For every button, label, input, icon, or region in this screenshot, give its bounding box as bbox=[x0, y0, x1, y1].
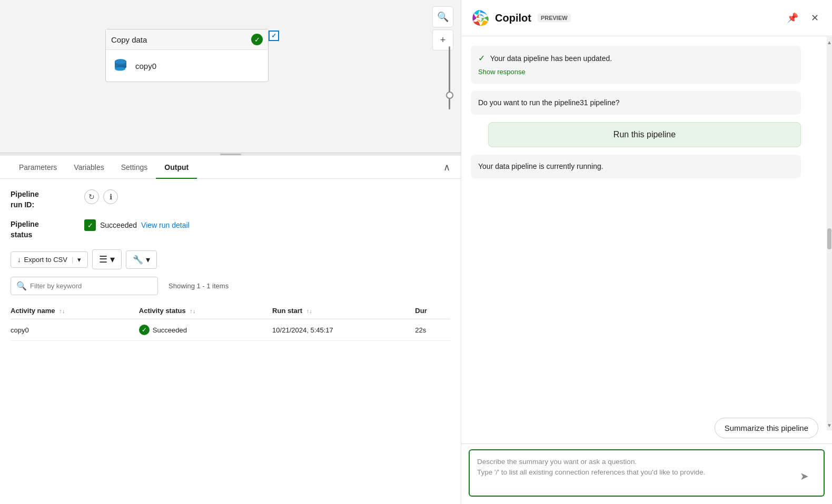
sort-icon-run-start[interactable]: ↑↓ bbox=[306, 308, 312, 314]
msg-pipeline-updated: ✓ Your data pipeline has been updated. S… bbox=[471, 46, 801, 84]
export-dropdown-icon: ▾ bbox=[77, 256, 81, 264]
copilot-messages: ✓ Your data pipeline has been updated. S… bbox=[461, 36, 832, 443]
table-row: copy0 ✓ Succeeded 10/21/2024, 5:45:17 22… bbox=[11, 319, 450, 341]
export-label: Export to CSV bbox=[24, 256, 67, 264]
left-panel: 🔍 + Copy data ✓ bbox=[0, 0, 461, 504]
copilot-logo-icon bbox=[471, 8, 490, 27]
pin-icon: 📌 bbox=[787, 12, 798, 24]
search-button[interactable]: 🔍 bbox=[432, 6, 453, 27]
copilot-panel: Copilot PREVIEW 📌 ✕ ▲ ▼ ✓ Your data pipe… bbox=[461, 0, 832, 504]
sort-icon-activity-status[interactable]: ↑↓ bbox=[190, 308, 195, 314]
search-icon: 🔍 bbox=[437, 11, 449, 23]
message-spacer bbox=[471, 186, 818, 411]
copilot-scrollbar[interactable]: ▲ ▼ bbox=[827, 37, 832, 430]
wrench-icon: 🔧 bbox=[133, 255, 143, 265]
export-csv-button[interactable]: ↓ Export to CSV | ▾ bbox=[11, 251, 88, 268]
settings-button[interactable]: 🔧 ▾ bbox=[126, 250, 157, 269]
col-duration: Dur bbox=[415, 303, 450, 319]
filter-icon: ☰ bbox=[99, 254, 107, 265]
status-check-icon: ✓ bbox=[478, 54, 485, 63]
canvas-toolbar: 🔍 + bbox=[432, 6, 453, 51]
settings-dropdown-icon: ▾ bbox=[146, 255, 150, 265]
close-icon: ✕ bbox=[811, 12, 819, 24]
search-box[interactable]: 🔍 bbox=[11, 277, 158, 295]
status-text: Succeeded bbox=[100, 221, 137, 229]
canvas-area: 🔍 + Copy data ✓ bbox=[0, 0, 461, 153]
tab-parameters[interactable]: Parameters bbox=[11, 156, 65, 179]
tab-output[interactable]: Output bbox=[156, 156, 197, 179]
collapse-button[interactable]: ∧ bbox=[443, 162, 450, 173]
add-button[interactable]: + bbox=[432, 29, 453, 51]
scroll-up-arrow[interactable]: ▲ bbox=[827, 38, 832, 46]
refresh-icon[interactable]: ↻ bbox=[84, 189, 99, 204]
td-duration: 22s bbox=[415, 319, 450, 341]
pipeline-status-row: Pipelinestatus ✓ Succeeded View run deta… bbox=[11, 219, 450, 240]
td-status-text: Succeeded bbox=[153, 326, 187, 334]
search-input[interactable] bbox=[30, 282, 152, 290]
copilot-input-area: Describe the summary you want or ask a q… bbox=[461, 443, 832, 504]
pipeline-run-id-value: ↻ ℹ bbox=[84, 189, 118, 204]
info-icon[interactable]: ℹ bbox=[103, 189, 118, 204]
toolbar-row: ↓ Export to CSV | ▾ ☰ ▾ 🔧 ▾ bbox=[11, 249, 450, 269]
scroll-down-arrow[interactable]: ▼ bbox=[827, 421, 832, 429]
td-activity-name[interactable]: copy0 bbox=[11, 319, 139, 341]
svg-point-6 bbox=[115, 67, 125, 71]
copilot-input-wrapper: Describe the summary you want or ask a q… bbox=[469, 449, 825, 497]
scroll-thumb[interactable] bbox=[827, 228, 831, 249]
database-icon bbox=[111, 56, 130, 75]
col-activity-name: Activity name ↑↓ bbox=[11, 303, 139, 319]
tab-variables[interactable]: Variables bbox=[65, 156, 112, 179]
filter-button[interactable]: ☰ ▾ bbox=[92, 249, 122, 269]
copilot-input-box: Describe the summary you want or ask a q… bbox=[469, 449, 825, 497]
close-button[interactable]: ✕ bbox=[807, 10, 823, 26]
slider-track[interactable] bbox=[449, 46, 450, 109]
status-success-icon: ✓ bbox=[84, 219, 96, 231]
output-table: Activity name ↑↓ Activity status ↑↓ Run … bbox=[11, 303, 450, 341]
pipeline-run-id-label: Pipelinerun ID: bbox=[11, 189, 74, 210]
node-item-name: copy0 bbox=[135, 62, 156, 70]
send-button[interactable]: ➤ bbox=[796, 468, 812, 484]
separator: | bbox=[72, 256, 73, 264]
send-icon: ➤ bbox=[800, 470, 809, 482]
pipeline-status-value: ✓ Succeeded View run detail bbox=[84, 219, 190, 231]
node-header: Copy data ✓ bbox=[106, 29, 268, 50]
td-run-start: 10/21/2024, 5:45:17 bbox=[272, 319, 415, 341]
view-run-detail-link[interactable]: View run detail bbox=[141, 221, 190, 229]
preview-badge: PREVIEW bbox=[538, 14, 571, 22]
tab-settings[interactable]: Settings bbox=[113, 156, 156, 179]
msg-pipeline-updated-text: Your data pipeline has been updated. bbox=[490, 54, 612, 63]
search-icon: 🔍 bbox=[16, 281, 27, 291]
copilot-input-placeholder: Describe the summary you want or ask a q… bbox=[477, 458, 705, 476]
zoom-slider bbox=[449, 42, 450, 147]
node-title: Copy data bbox=[111, 35, 147, 44]
filter-dropdown-icon: ▾ bbox=[110, 254, 115, 265]
showing-text: Showing 1 - 1 items bbox=[169, 282, 229, 290]
plus-icon: + bbox=[440, 35, 446, 46]
copy-data-node[interactable]: Copy data ✓ copy0 bbox=[105, 29, 269, 82]
divider-handle[interactable] bbox=[220, 154, 241, 155]
node-success-icon: ✓ bbox=[251, 34, 263, 45]
pipeline-status-label: Pipelinestatus bbox=[11, 219, 74, 240]
run-pipeline-button[interactable]: Run this pipeline bbox=[488, 122, 801, 147]
slider-thumb[interactable] bbox=[446, 92, 453, 99]
output-content: Pipelinerun ID: ↻ ℹ Pipelinestatus ✓ Suc… bbox=[0, 179, 461, 504]
msg-pipeline-running: Your data pipeline is currently running. bbox=[471, 155, 801, 178]
node-body: copy0 bbox=[106, 50, 268, 82]
pin-button[interactable]: 📌 bbox=[785, 10, 800, 26]
download-icon: ↓ bbox=[17, 256, 21, 264]
search-row: 🔍 Showing 1 - 1 items bbox=[11, 277, 450, 295]
tabs-bar: Parameters Variables Settings Output ∧ bbox=[0, 156, 461, 179]
sort-icon-activity-name[interactable]: ↑↓ bbox=[59, 308, 65, 314]
bottom-panel: Parameters Variables Settings Output ∧ P… bbox=[0, 156, 461, 504]
show-response-link[interactable]: Show response bbox=[478, 67, 794, 77]
td-activity-status: ✓ Succeeded bbox=[139, 319, 272, 341]
copilot-header-actions: 📌 ✕ bbox=[785, 10, 823, 26]
pipeline-run-id-row: Pipelinerun ID: ↻ ℹ bbox=[11, 189, 450, 210]
summarize-pipeline-button[interactable]: Summarize this pipeline bbox=[715, 418, 818, 438]
msg-run-question: Do you want to run the pipeline31 pipeli… bbox=[471, 91, 801, 115]
td-status-icon: ✓ bbox=[139, 325, 150, 335]
col-activity-status: Activity status ↑↓ bbox=[139, 303, 272, 319]
copilot-title: Copilot bbox=[495, 12, 531, 24]
svg-point-3 bbox=[115, 59, 126, 64]
node-checkbox[interactable]: ✓ bbox=[269, 31, 279, 41]
